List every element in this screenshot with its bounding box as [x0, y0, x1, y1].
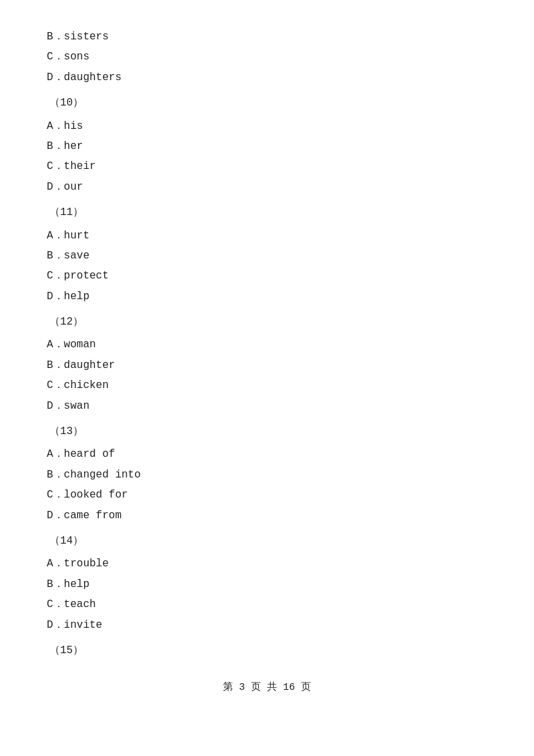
option-item: C．their — [47, 156, 487, 176]
option-item: B．daughter — [47, 355, 487, 375]
content-area: B．sistersC．sonsD．daughters（10）A．hisB．her… — [47, 27, 487, 693]
option-item: D．invite — [47, 615, 487, 635]
option-item: A．trouble — [47, 554, 487, 574]
option-item: D．our — [47, 177, 487, 197]
section-number: （12） — [47, 312, 487, 332]
option-item: D．swan — [47, 396, 487, 416]
option-item: D．came from — [47, 506, 487, 526]
section-number: （13） — [47, 421, 487, 441]
option-item: B．help — [47, 574, 487, 594]
section-number: （15） — [47, 640, 487, 660]
section-number: （10） — [47, 93, 487, 113]
option-item: B．her — [47, 136, 487, 156]
option-item: B．save — [47, 246, 487, 266]
option-item: C．protect — [47, 266, 487, 286]
option-item: C．sons — [47, 47, 487, 67]
option-item: A．hurt — [47, 226, 487, 246]
option-item: A．woman — [47, 335, 487, 355]
option-item: C．chicken — [47, 375, 487, 395]
option-item: D．daughters — [47, 67, 487, 87]
option-item: B．sisters — [47, 27, 487, 47]
option-item: C．looked for — [47, 485, 487, 505]
option-item: A．heard of — [47, 444, 487, 464]
page-footer: 第 3 页 共 16 页 — [47, 681, 487, 693]
option-item: C．teach — [47, 594, 487, 614]
section-number: （11） — [47, 202, 487, 222]
option-item: D．help — [47, 287, 487, 307]
option-item: B．changed into — [47, 465, 487, 485]
option-item: A．his — [47, 116, 487, 136]
section-number: （14） — [47, 531, 487, 551]
